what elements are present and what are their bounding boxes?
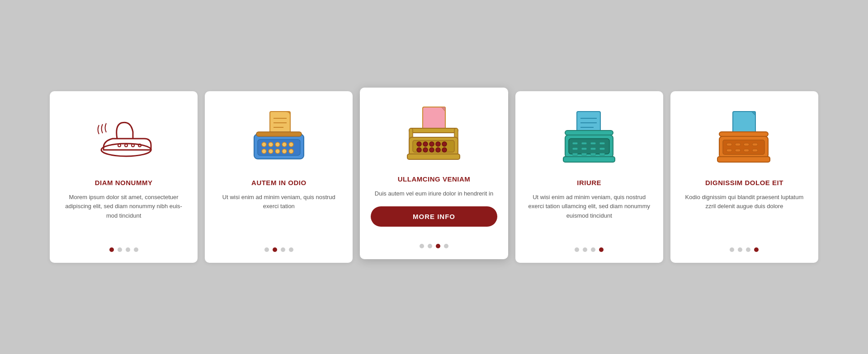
svg-rect-58 (563, 157, 615, 162)
card-1-dots (109, 247, 138, 252)
dot-4 (754, 247, 759, 252)
svg-rect-46 (572, 142, 578, 144)
svg-point-4 (138, 144, 141, 147)
dot-2 (738, 247, 742, 252)
svg-rect-71 (717, 157, 770, 162)
svg-rect-38 (407, 154, 460, 159)
svg-rect-21 (256, 132, 302, 136)
svg-rect-62 (723, 140, 764, 154)
dot-4 (289, 247, 293, 252)
svg-rect-23 (409, 128, 458, 133)
svg-point-2 (125, 144, 127, 147)
svg-rect-50 (572, 148, 578, 150)
svg-rect-64 (735, 143, 741, 146)
card-2-text: Ut wisi enim ad minim veniam, quis nostr… (216, 193, 342, 239)
svg-rect-69 (744, 149, 749, 152)
svg-point-11 (262, 142, 266, 147)
card-1-text: Morem ipsum dolor sit amet, consectetuer… (61, 193, 187, 239)
dot-1 (575, 247, 579, 252)
svg-point-29 (423, 142, 428, 146)
svg-point-28 (417, 142, 421, 146)
typewriter-gold-icon (398, 101, 470, 164)
dot-3 (281, 247, 285, 252)
cards-container: DIAM NONUMMY Morem ipsum dolor sit amet,… (50, 91, 818, 263)
dot-2 (273, 247, 277, 252)
svg-point-34 (423, 148, 428, 152)
svg-rect-52 (590, 148, 596, 150)
svg-rect-63 (726, 143, 732, 146)
svg-rect-66 (752, 143, 758, 146)
dot-4 (599, 247, 604, 252)
svg-rect-70 (752, 149, 758, 152)
card-2-dots (264, 247, 293, 252)
dot-1 (264, 247, 269, 252)
dot-3 (591, 247, 595, 252)
card-4-dots (575, 247, 604, 252)
svg-point-33 (417, 148, 421, 152)
iron-icon (88, 105, 160, 168)
svg-point-14 (282, 142, 287, 147)
card-1-title: DIAM NONUMMY (95, 179, 153, 186)
svg-rect-68 (735, 149, 741, 152)
card-5-title: DIGNISSIM DOLOE EIT (705, 179, 783, 186)
dot-3 (126, 247, 130, 252)
svg-point-3 (132, 144, 134, 147)
svg-point-35 (429, 148, 434, 152)
svg-rect-56 (590, 153, 596, 155)
card-3-text: Duis autem vel eum iriure dolor in hendr… (375, 189, 493, 199)
svg-point-30 (429, 142, 434, 146)
svg-rect-55 (581, 153, 587, 155)
svg-rect-60 (719, 132, 768, 136)
typewriter-orange-icon (243, 105, 315, 168)
card-2: AUTEM IN ODIO Ut wisi enim ad minim veni… (205, 91, 353, 263)
card-2-title: AUTEM IN ODIO (251, 179, 307, 186)
svg-rect-22 (423, 107, 445, 130)
svg-point-20 (289, 149, 293, 154)
dot-4 (134, 247, 138, 252)
svg-point-13 (275, 142, 280, 147)
dot-1 (420, 244, 424, 248)
svg-point-19 (282, 149, 287, 154)
typewriter-cyan-icon (708, 105, 780, 168)
svg-point-12 (269, 142, 273, 147)
svg-rect-51 (581, 148, 587, 150)
card-4-text: Ut wisi enim ad minim veniam, quis nostr… (526, 193, 652, 239)
dot-4 (444, 244, 448, 248)
svg-point-17 (269, 149, 273, 154)
dot-2 (118, 247, 122, 252)
dot-3 (436, 244, 440, 248)
dot-1 (109, 247, 114, 252)
svg-rect-47 (581, 142, 587, 144)
dot-2 (428, 244, 432, 248)
svg-rect-49 (599, 142, 605, 144)
svg-rect-48 (590, 142, 596, 144)
dot-3 (746, 247, 750, 252)
svg-rect-65 (744, 143, 749, 146)
svg-point-1 (118, 144, 121, 147)
card-4-title: IRIURE (577, 179, 601, 186)
svg-rect-53 (599, 148, 605, 150)
card-5-text: Kodio dignissim qui blandit praesent lup… (681, 193, 807, 239)
svg-point-15 (289, 142, 293, 147)
card-4: IRIURE Ut wisi enim ad minim veniam, qui… (515, 91, 663, 263)
svg-point-32 (442, 142, 447, 146)
card-3: ULLAMCING VENIAM Duis autem vel eum iriu… (360, 88, 508, 260)
card-5: DIGNISSIM DOLOE EIT Kodio dignissim qui … (670, 91, 818, 263)
svg-point-16 (262, 149, 266, 154)
card-1: DIAM NONUMMY Morem ipsum dolor sit amet,… (50, 91, 198, 263)
svg-rect-57 (599, 153, 605, 155)
svg-point-31 (436, 142, 440, 146)
svg-rect-59 (733, 112, 755, 134)
card-5-dots (730, 247, 759, 252)
card-3-dots (420, 244, 448, 248)
dot-1 (730, 247, 734, 252)
svg-rect-43 (565, 130, 613, 135)
svg-rect-67 (726, 149, 732, 152)
svg-point-37 (442, 148, 447, 152)
typewriter-teal-icon (553, 105, 625, 168)
more-info-button[interactable]: MORE INFO (371, 206, 497, 227)
svg-point-18 (275, 149, 280, 154)
card-3-title: ULLAMCING VENIAM (398, 175, 471, 183)
svg-rect-54 (572, 153, 578, 155)
dot-2 (583, 247, 587, 252)
